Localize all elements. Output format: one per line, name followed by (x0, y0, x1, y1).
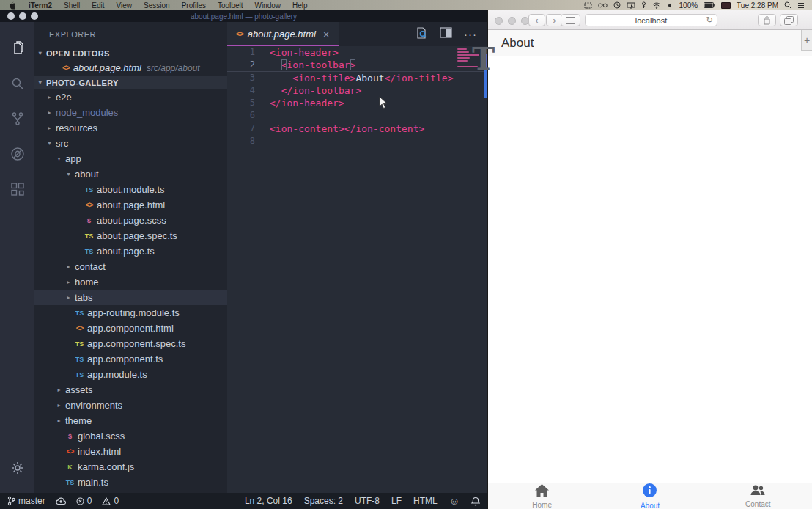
menu-view[interactable]: View (111, 1, 139, 10)
settings-gear-icon[interactable] (0, 450, 34, 486)
tree-item-label: karma.conf.js (78, 461, 134, 472)
vscode-titlebar[interactable]: about.page.html — photo-gallery (0, 10, 487, 22)
tree-item-app-component-ts[interactable]: TSapp.component.ts (34, 351, 227, 367)
time-machine-icon[interactable] (613, 1, 621, 9)
code-line-2[interactable]: 2 <ion-toolbar> (227, 59, 487, 71)
wifi-icon[interactable] (652, 2, 661, 9)
code-line-7[interactable]: 7<ion-content></ion-content> (227, 122, 487, 135)
explorer-icon[interactable] (0, 31, 34, 66)
feedback-smiley-icon[interactable]: ☺ (449, 495, 459, 507)
tree-item-karma-conf-js[interactable]: Kkarma.conf.js (34, 459, 227, 475)
encoding-setting[interactable]: UTF-8 (355, 496, 380, 506)
tree-item-app-module-ts[interactable]: TSapp.module.ts (34, 367, 227, 382)
debug-icon[interactable] (0, 136, 34, 172)
window-title: about.page.html — photo-gallery (0, 12, 487, 21)
battery-icon[interactable] (704, 2, 715, 8)
tree-item-about-page-ts[interactable]: TSabout.page.ts (34, 243, 227, 259)
address-bar[interactable]: localhost ↻ (585, 14, 717, 26)
tree-item-app-component-html[interactable]: <>app.component.html (34, 321, 227, 336)
minimize-window-button[interactable] (508, 17, 516, 25)
tree-item-label: app.module.ts (87, 369, 147, 380)
menu-iterm2[interactable]: iTerm2 (23, 1, 58, 10)
split-editor-icon[interactable] (440, 27, 452, 41)
menubar-clock[interactable]: Tue 2:28 PM (737, 1, 778, 10)
tree-item-tabs[interactable]: ▸tabs (34, 290, 227, 305)
menu-toolbelt[interactable]: Toolbelt (212, 1, 248, 10)
indentation-setting[interactable]: Spaces: 2 (304, 496, 343, 506)
git-branch-indicator[interactable]: master (7, 496, 45, 506)
search-icon[interactable] (0, 66, 34, 101)
open-editor-item[interactable]: <> about.page.html src/app/about (34, 60, 227, 76)
open-editors-header[interactable]: ▾ OPEN EDITORS (34, 46, 227, 60)
language-mode[interactable]: HTML (413, 496, 438, 506)
tree-item-assets[interactable]: ▸assets (34, 382, 227, 398)
keychain-icon[interactable] (641, 1, 646, 9)
menu-profiles[interactable]: Profiles (176, 1, 212, 10)
extensions-icon[interactable] (0, 172, 34, 207)
warnings-indicator[interactable]: 0 (102, 496, 119, 506)
errors-indicator[interactable]: 0 (76, 496, 92, 506)
tree-item-about-page-spec-ts[interactable]: TSabout.page.spec.ts (34, 228, 227, 243)
tab-close-icon[interactable]: × (323, 29, 329, 40)
menu-help[interactable]: Help (287, 1, 314, 10)
reload-icon[interactable]: ↻ (706, 15, 713, 25)
tree-item-theme[interactable]: ▸theme (34, 413, 227, 428)
tab-contact[interactable]: Contact (704, 483, 812, 509)
eol-setting[interactable]: LF (391, 496, 402, 506)
code-line-8[interactable]: 8 (227, 135, 487, 147)
open-preview-icon[interactable] (415, 26, 428, 43)
tree-item-e2e[interactable]: ▸e2e (34, 89, 227, 105)
source-control-icon[interactable] (0, 101, 34, 136)
cursor-position[interactable]: Ln 2, Col 16 (245, 496, 292, 506)
notification-center-icon[interactable] (797, 2, 805, 9)
tree-item-about-page-scss[interactable]: $about.page.scss (34, 213, 227, 228)
tab-home[interactable]: Home (488, 483, 596, 509)
tree-item-environments[interactable]: ▸environments (34, 398, 227, 413)
share-button[interactable] (758, 14, 776, 26)
tree-item-node-modules[interactable]: ▸node_modules (34, 105, 227, 120)
tree-item-src[interactable]: ▾src (34, 136, 227, 151)
code-token: <ion-content></ion-content> (270, 123, 424, 134)
tree-item-app[interactable]: ▾app (34, 151, 227, 166)
menu-window[interactable]: Window (248, 1, 287, 10)
tree-item-main-ts[interactable]: TSmain.ts (34, 475, 227, 490)
menubar-app-icon[interactable] (721, 2, 731, 9)
code-line-4[interactable]: 4 </ion-toolbar> (227, 84, 487, 97)
tab-about-page-html[interactable]: <> about.page.html × (227, 22, 339, 46)
volume-icon[interactable] (667, 2, 673, 9)
notifications-bell-icon[interactable] (471, 497, 480, 506)
tree-item-global-scss[interactable]: $global.scss (34, 428, 227, 444)
code-line-5[interactable]: 5</ion-header> (227, 97, 487, 109)
code-line-6[interactable]: 6 (227, 109, 487, 122)
project-section-header[interactable]: ▾ PHOTO-GALLERY (34, 76, 227, 89)
tree-item-home[interactable]: ▸home (34, 274, 227, 290)
tree-item-about-page-html[interactable]: <>about.page.html (34, 197, 227, 213)
tree-item-app-routing-module-ts[interactable]: TSapp-routing.module.ts (34, 305, 227, 321)
apple-menu-icon[interactable] (0, 1, 23, 10)
tab-label: Contact (745, 500, 770, 508)
menu-session[interactable]: Session (138, 1, 176, 10)
close-window-button[interactable] (495, 17, 503, 25)
tree-item-index-html[interactable]: <>index.html (34, 444, 227, 459)
code-line-1[interactable]: 1<ion-header> (227, 46, 487, 59)
menu-shell[interactable]: Shell (58, 1, 86, 10)
code-editor[interactable]: 1<ion-header>2 <ion-toolbar>3 <ion-title… (227, 46, 487, 493)
new-tab-button[interactable]: + (801, 30, 812, 51)
show-tabs-button[interactable] (780, 14, 798, 26)
tree-item-app-component-spec-ts[interactable]: TSapp.component.spec.ts (34, 336, 227, 351)
tree-item-about[interactable]: ▾about (34, 166, 227, 182)
tab-about[interactable]: About (596, 483, 704, 509)
more-actions-icon[interactable]: ··· (464, 28, 477, 40)
display-icon[interactable] (627, 2, 635, 9)
code-line-3[interactable]: 3 <ion-title>About</ion-title> (227, 72, 487, 84)
tree-item-contact[interactable]: ▸contact (34, 259, 227, 274)
glasses-icon[interactable] (598, 2, 608, 8)
sidebar-toggle-button[interactable] (561, 14, 580, 26)
sync-changes-icon[interactable] (56, 497, 66, 505)
spotlight-icon[interactable] (784, 1, 791, 9)
tree-item-about-module-ts[interactable]: TSabout.module.ts (34, 182, 227, 197)
screen-capture-icon[interactable] (584, 2, 592, 9)
back-button[interactable]: ‹ (528, 14, 545, 26)
menu-edit[interactable]: Edit (86, 1, 110, 10)
tree-item-resources[interactable]: ▸resources (34, 120, 227, 136)
